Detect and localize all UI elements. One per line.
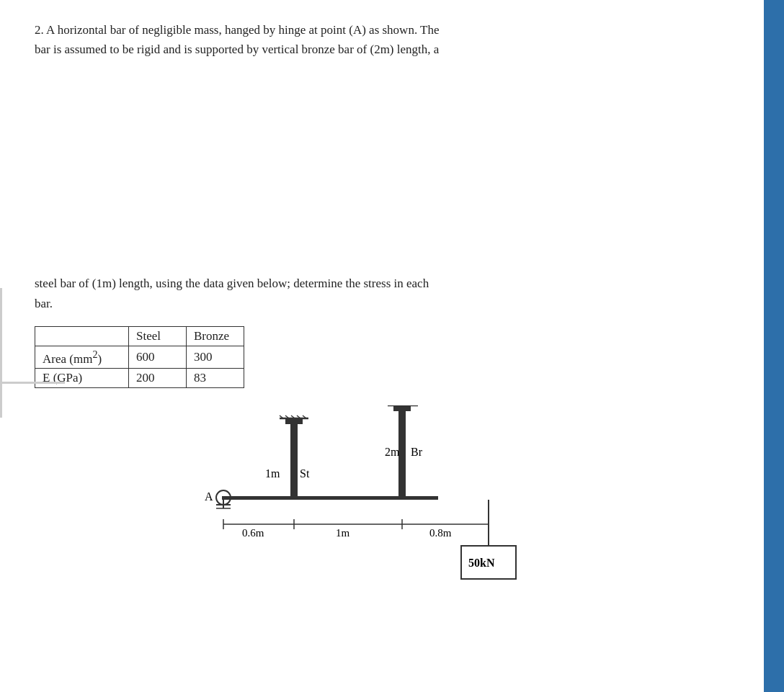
steel-length-label: 1m [265, 467, 280, 480]
table-header-bronze: Bronze [187, 326, 244, 346]
table-header-steel: Steel [129, 326, 187, 346]
table-cell-area-bronze: 300 [187, 346, 244, 369]
problem-text: 2. A horizontal bar of negligible mass, … [35, 20, 683, 59]
steel-label: St [300, 467, 310, 480]
horizontal-bar [222, 496, 438, 500]
table-cell-area-label: Area (mm2) [35, 346, 129, 369]
table-row-area: Area (mm2) 600 300 [35, 346, 244, 369]
dim-label-3: 0.8m [429, 527, 452, 539]
table-cell-e-steel: 200 [129, 369, 187, 388]
dim-label-1: 0.6m [242, 527, 264, 539]
dim-label-2: 1m [336, 527, 350, 539]
diagram-svg: 2m Br 1m St A [179, 405, 525, 593]
table-cell-area-steel: 600 [129, 346, 187, 369]
problem-line2: bar is assumed to be rigid and is suppor… [35, 40, 683, 59]
data-table: Steel Bronze Area (mm2) 600 300 E (GPa) … [35, 326, 244, 389]
diagram-container: 2m Br 1m St A [179, 405, 723, 596]
hinge-a-label: A [205, 490, 213, 503]
problem-line4: bar. [35, 294, 683, 313]
steel-bar-body [290, 424, 298, 496]
load-label: 50kN [468, 557, 495, 569]
table-cell-e-label: E (GPa) [35, 369, 129, 388]
bronze-length-label: 2m [385, 446, 400, 458]
right-panel [764, 0, 784, 692]
table-header-empty [35, 326, 129, 346]
bronze-label: Br [411, 446, 423, 458]
problem-line1: 2. A horizontal bar of negligible mass, … [35, 20, 683, 40]
table-row-e: E (GPa) 200 83 [35, 369, 244, 388]
table-cell-e-bronze: 83 [187, 369, 244, 388]
problem-line3: steel bar of (1m) length, using the data… [35, 274, 683, 293]
bronze-bar-body [398, 411, 406, 496]
problem-continuation: steel bar of (1m) length, using the data… [35, 274, 683, 313]
